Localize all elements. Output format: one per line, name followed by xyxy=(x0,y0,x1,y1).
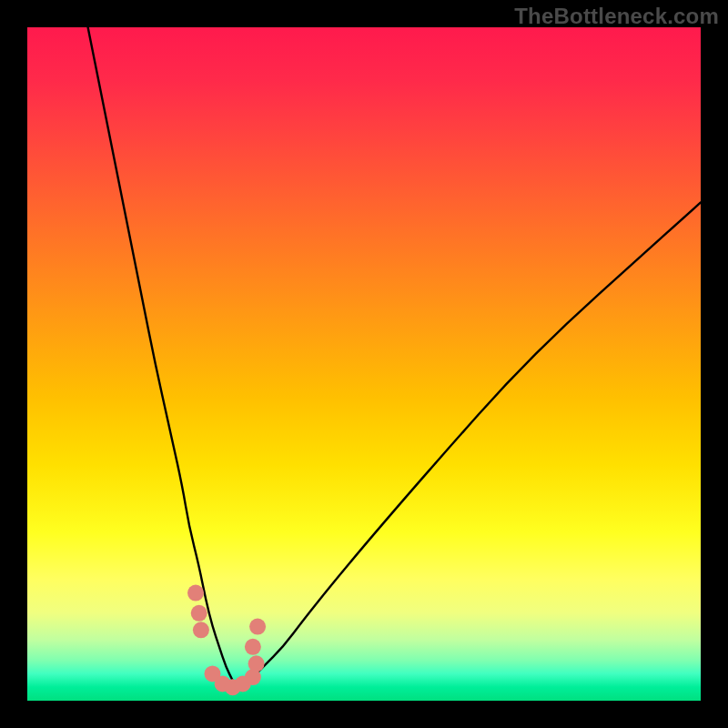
data-point xyxy=(245,639,261,655)
bottleneck-curve xyxy=(236,202,701,687)
attribution-label: TheBottleneck.com xyxy=(514,4,719,29)
plot-area xyxy=(27,27,701,701)
curve-layer xyxy=(27,27,701,701)
data-point xyxy=(193,622,209,638)
data-point xyxy=(191,605,207,622)
data-point xyxy=(249,619,266,635)
chart-frame: TheBottleneck.com xyxy=(0,0,728,728)
bottleneck-curve xyxy=(88,27,237,687)
data-point xyxy=(187,585,204,602)
data-point xyxy=(248,655,265,672)
